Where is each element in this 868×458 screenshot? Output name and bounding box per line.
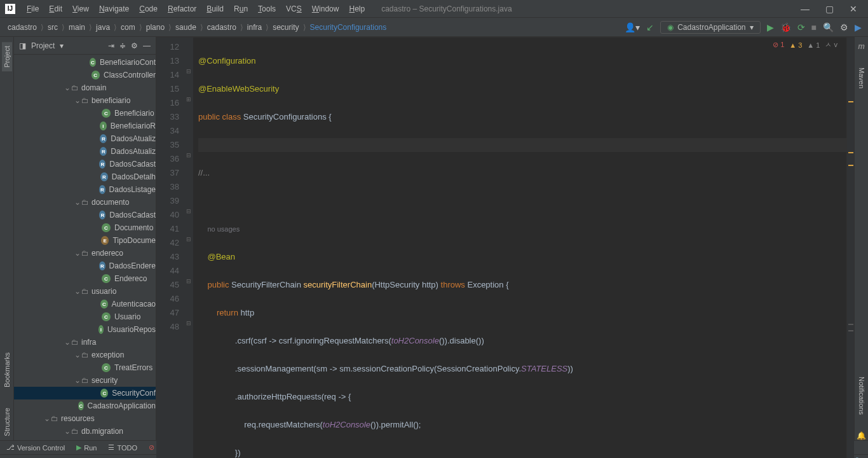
user-icon[interactable]: 👤▾: [625, 22, 640, 32]
tree-node[interactable]: ⌄🗀exception: [14, 349, 156, 361]
menu-vcs[interactable]: VCS: [282, 3, 306, 15]
tree-node[interactable]: ⌄🗀domain: [14, 81, 156, 94]
tree-node[interactable]: RDadosAtualiz: [14, 145, 156, 158]
tree-node[interactable]: CClassController: [14, 69, 156, 81]
breadcrumb-item[interactable]: main: [67, 23, 86, 32]
run-config-label: CadastroApplication: [677, 23, 745, 32]
tree-node[interactable]: RDadosListage: [14, 183, 156, 196]
menu-view[interactable]: View: [69, 3, 93, 15]
breadcrumb-item[interactable]: security: [271, 23, 300, 32]
hide-icon[interactable]: —: [143, 41, 151, 50]
fold-gutter[interactable]: ⊟⊞ ⊟⊟⊟ ⊟⊟: [184, 38, 193, 458]
breadcrumbs: cadastro⟩src⟩main⟩java⟩com⟩plano⟩saude⟩c…: [6, 23, 625, 32]
tree-node[interactable]: ⌄🗀security: [14, 374, 156, 387]
breadcrumb-item[interactable]: plano: [145, 23, 166, 32]
breadcrumb-item[interactable]: com: [119, 23, 137, 32]
gear-icon[interactable]: ⚙: [131, 41, 138, 50]
maven-icon[interactable]: m: [858, 42, 865, 51]
close-icon[interactable]: ✕: [844, 4, 863, 14]
project-pane-label[interactable]: Project: [31, 41, 55, 50]
tree-node[interactable]: CAutenticacao: [14, 298, 156, 310]
project-tree[interactable]: CBeneficiarioContCClassController⌄🗀domai…: [14, 55, 156, 440]
main-menu: File Edit View Navigate Code Refactor Bu…: [23, 3, 369, 15]
breadcrumb-item[interactable]: infra: [246, 23, 263, 32]
menu-build[interactable]: Build: [203, 3, 227, 15]
code-editor[interactable]: ⊘ 1 ▲ 3 ▲ 1 ㅅ v 121314151633343536373839…: [156, 38, 854, 458]
tree-node[interactable]: CSecurityConf: [14, 387, 156, 399]
tree-node[interactable]: ⌄🗀usuario: [14, 285, 156, 298]
breadcrumb-item[interactable]: saude: [174, 23, 198, 32]
breadcrumb-item[interactable]: cadastro: [206, 23, 238, 32]
stop-icon[interactable]: ■: [811, 22, 817, 32]
app-logo-icon: IJ: [5, 4, 15, 14]
tree-node[interactable]: CUsuario: [14, 310, 156, 323]
left-tool-strip: Project Bookmarks Structure: [0, 37, 14, 440]
tree-node[interactable]: RDadosCadast: [14, 209, 156, 221]
project-sidebar: ◨ Project ▾ ⇥ ≑ ⚙ — CBeneficiarioContCCl…: [14, 37, 156, 440]
menu-edit[interactable]: Edit: [45, 3, 66, 15]
project-pane-header: ◨ Project ▾ ⇥ ≑ ⚙ —: [14, 37, 156, 55]
tree-node[interactable]: IUsuarioRepos: [14, 323, 156, 336]
run-coverage-icon[interactable]: ⟳: [797, 22, 805, 32]
bell-icon[interactable]: 🔔: [857, 431, 866, 440]
tree-node[interactable]: CCadastroApplication: [14, 399, 156, 412]
menu-run[interactable]: Run: [230, 3, 252, 15]
search-icon[interactable]: 🔍: [823, 22, 834, 32]
tree-node[interactable]: CTreatErrors: [14, 361, 156, 374]
menu-help[interactable]: Help: [345, 3, 369, 15]
breadcrumb-item[interactable]: java: [95, 23, 111, 32]
menu-file[interactable]: File: [23, 3, 43, 15]
select-opened-icon[interactable]: ⇥: [108, 41, 114, 50]
expand-all-icon[interactable]: ≑: [119, 41, 126, 50]
structure-tool-tab[interactable]: Structure: [2, 404, 12, 440]
minimize-icon[interactable]: —: [796, 4, 815, 14]
debug-icon[interactable]: 🐞: [780, 22, 791, 32]
settings-icon[interactable]: ⚙: [840, 22, 848, 32]
tree-node[interactable]: CEndereco: [14, 272, 156, 285]
inspection-widget[interactable]: ⊘ 1 ▲ 3 ▲ 1 ㅅ v: [773, 40, 837, 50]
tree-node[interactable]: RDadosAtualiz: [14, 132, 156, 145]
tree-node[interactable]: CDocumento: [14, 221, 156, 234]
menu-tools[interactable]: Tools: [254, 3, 280, 15]
tree-node[interactable]: ETipoDocume: [14, 234, 156, 247]
window-title: cadastro – SecurityConfigurations.java: [369, 4, 796, 13]
vcs-update-icon[interactable]: ↙: [646, 22, 654, 32]
title-bar: IJ File Edit View Navigate Code Refactor…: [0, 0, 868, 18]
run-config-selector[interactable]: ◉ CadastroApplication ▾: [660, 21, 760, 34]
bookmarks-tool-tab[interactable]: Bookmarks: [2, 349, 12, 391]
breadcrumb-item[interactable]: src: [46, 23, 59, 32]
tree-node[interactable]: ⌄🗀endereco: [14, 247, 156, 260]
tree-node[interactable]: CBeneficiario: [14, 107, 156, 120]
tree-node[interactable]: RDadosCadast: [14, 158, 156, 170]
run-icon[interactable]: ▶: [767, 22, 774, 32]
project-pane-icon: ◨: [19, 41, 26, 50]
tool-window-todo[interactable]: ☰TODO: [108, 443, 137, 452]
line-number-gutter: 1213141516333435363738394041424344454647…: [156, 38, 184, 458]
tool-window-version-control[interactable]: ⎇Version Control: [6, 443, 65, 452]
navigation-bar: cadastro⟩src⟩main⟩java⟩com⟩plano⟩saude⟩c…: [0, 18, 868, 37]
menu-window[interactable]: Window: [308, 3, 343, 15]
tree-node[interactable]: IBeneficiarioR: [14, 120, 156, 132]
menu-refactor[interactable]: Refactor: [164, 3, 200, 15]
notifications-tool-tab[interactable]: Notifications: [857, 373, 867, 419]
editor-area: Controller.java×Usuario.java×UsuarioRepo…: [156, 37, 854, 440]
tree-node[interactable]: ⌄🗀beneficiario: [14, 94, 156, 107]
breadcrumb-item[interactable]: SecurityConfigurations: [309, 23, 388, 32]
tree-node[interactable]: ⌄🗀documento: [14, 196, 156, 209]
menu-navigate[interactable]: Navigate: [95, 3, 133, 15]
tree-node[interactable]: ⌄🗀resources: [14, 412, 156, 425]
marker-bar[interactable]: [846, 38, 854, 458]
breadcrumb-item[interactable]: cadastro: [6, 23, 38, 32]
code-with-me-icon[interactable]: ▶: [855, 22, 862, 32]
tool-window-run[interactable]: ▶Run: [76, 443, 97, 452]
maven-tool-tab[interactable]: Maven: [857, 64, 867, 92]
tree-node[interactable]: RDadosEndere: [14, 260, 156, 272]
tree-node[interactable]: ⌄🗀infra: [14, 336, 156, 349]
tree-node[interactable]: CBeneficiarioCont: [14, 56, 156, 69]
tree-node[interactable]: RDadosDetalh: [14, 170, 156, 183]
tree-node[interactable]: ⌄🗀db.migration: [14, 425, 156, 438]
project-tool-tab[interactable]: Project: [2, 42, 12, 71]
code-content[interactable]: @Configuration @EnableWebSecurity public…: [193, 38, 846, 458]
menu-code[interactable]: Code: [135, 3, 161, 15]
maximize-icon[interactable]: ▢: [820, 4, 839, 14]
